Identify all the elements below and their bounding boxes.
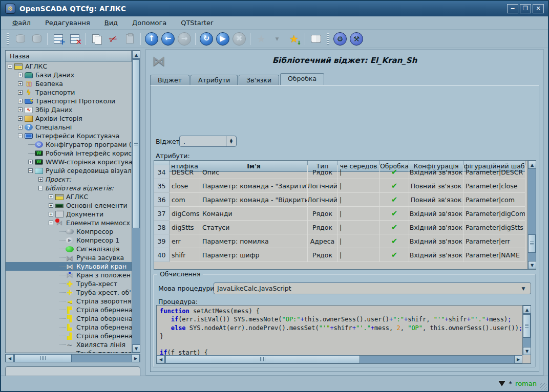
table-cell[interactable]: 39	[154, 234, 170, 248]
table-cell[interactable]: |	[337, 248, 380, 262]
minimize-button[interactable]: −	[507, 4, 518, 13]
collapse-icon[interactable]: −	[49, 221, 53, 225]
tree-item-бібліотека-віджетів[interactable]: −Бібліотека віджетів:	[6, 184, 132, 192]
menu-item-1[interactable]: Файл	[6, 17, 37, 28]
table-cell[interactable]: Вхідний зв'язок	[409, 221, 463, 234]
expand-icon[interactable]: +	[38, 177, 43, 182]
tree-item-рушій-середовища-візуал[interactable]: −Рушій середовища візуал	[6, 166, 132, 175]
table-cell[interactable]: close	[170, 179, 200, 193]
expand-icon[interactable]: +	[49, 194, 53, 199]
tree-item-бази-даних[interactable]: +Бази Даних	[6, 71, 132, 79]
scroll-down-icon[interactable]: ▼	[528, 261, 536, 269]
expand-icon[interactable]: +	[18, 81, 23, 86]
table-cell[interactable]: |	[337, 221, 380, 234]
table-cell[interactable]: |	[337, 207, 380, 221]
table-cell[interactable]: 37	[154, 207, 170, 221]
tree-item-труба-хрест[interactable]: Труба-хрест	[6, 279, 132, 288]
menu-item-3[interactable]: Вид	[98, 17, 124, 28]
tree-item-www-сторінка-користува[interactable]: +WWW-сторінка користува	[6, 158, 132, 166]
tree-item-кульовий-кран[interactable]: Кульовий кран	[6, 262, 132, 271]
table-cell[interactable]: ✔	[380, 248, 409, 262]
tree-item-аглкс[interactable]: +АГЛКС	[6, 192, 132, 201]
expand-icon[interactable]: +	[18, 116, 23, 121]
table-cell[interactable]: Вхідний зв'язок	[409, 165, 463, 179]
tree-item-архіви-історія[interactable]: +Архіви-Історія	[6, 114, 132, 123]
tree-item-спеціальні[interactable]: +Спеціальні	[6, 123, 132, 132]
expand-icon[interactable]: +	[28, 160, 33, 164]
table-cell[interactable]: Parameter|DESCR	[463, 165, 525, 179]
table-vertical-scrollbar[interactable]: ▲ ▼	[527, 161, 536, 269]
tab-4[interactable]: Обробка	[280, 73, 324, 85]
tree-item-компресор[interactable]: Компресор	[6, 227, 132, 236]
language-combobox[interactable]: JavaLikeCalc.JavaScript ▼	[214, 282, 531, 294]
tree-item-інтерфейси-користувача[interactable]: −Інтерфейси Користувача	[6, 132, 132, 140]
table-cell[interactable]: digStts	[170, 221, 200, 234]
table-cell[interactable]: Рядок	[308, 248, 337, 262]
tree-item-робочий-інтерфейс-корис[interactable]: Робочий інтерфейс корис	[6, 149, 132, 158]
table-cell[interactable]: shifr	[170, 248, 200, 262]
menu-item-2[interactable]: Редагування	[39, 17, 96, 28]
table-cell[interactable]: |	[337, 193, 380, 207]
table-cell[interactable]: Вхідний зв'язок	[409, 234, 463, 248]
table-cell[interactable]: Параметр: помилка	[200, 234, 308, 248]
tree-item-труба-пряма-гор[interactable]: Труба пряма гор	[6, 349, 132, 353]
spinner-arrows-icon[interactable]: ▲▼	[226, 136, 236, 146]
tree-item-ручна-засувка[interactable]: Ручна засувка	[6, 253, 132, 262]
item-add-icon[interactable]: +	[50, 31, 67, 47]
table-cell[interactable]: Рядок	[308, 207, 337, 221]
resize-grip[interactable]	[540, 383, 547, 390]
code-scroll-thumb[interactable]	[523, 314, 531, 338]
table-cell[interactable]: err	[170, 234, 200, 248]
tree-item-елементи-мнемосх[interactable]: −Елементи мнемосх	[6, 219, 132, 227]
back-icon[interactable]: ←	[160, 31, 176, 47]
table-cell[interactable]: Parameter|com	[463, 193, 525, 207]
toolbar-handle[interactable]	[327, 33, 329, 45]
collapse-icon[interactable]: −	[8, 64, 12, 69]
table-cell[interactable]: Параметр: команда - "Закрити"	[200, 179, 308, 193]
expand-icon[interactable]: +	[49, 203, 53, 208]
tree-scroll-thumb[interactable]	[132, 59, 140, 228]
table-cell[interactable]: digComs	[170, 207, 200, 221]
table-cell[interactable]: Parameter|close	[463, 179, 525, 193]
tree-item-конфігуратор-програми[interactable]: Конфігуратор програми (	[6, 140, 132, 149]
up-icon[interactable]: ↑	[143, 31, 160, 47]
favorite-add-icon[interactable]: ★↓	[286, 31, 302, 47]
table-scroll-thumb[interactable]	[528, 234, 536, 253]
table-cell[interactable]: ✔	[380, 179, 409, 193]
tree-header[interactable]: Назва	[6, 51, 132, 62]
table-cell[interactable]: 38	[154, 221, 170, 234]
table-cell[interactable]: Логічний	[308, 193, 337, 207]
collapse-icon[interactable]: −	[28, 168, 33, 173]
menu-item-4[interactable]: Допомога	[126, 17, 173, 28]
scroll-left-icon[interactable]: ◀	[157, 355, 165, 363]
tree-item-документи[interactable]: +Документи	[6, 210, 132, 219]
tree-item-хвиляста-лінія[interactable]: Хвиляста лінія	[6, 340, 132, 349]
tree-item-збір-даних[interactable]: +Збір Даних	[6, 105, 132, 114]
maximize-button[interactable]: ❒	[520, 4, 531, 13]
scroll-right-icon[interactable]: ▶	[132, 354, 140, 362]
table-cell[interactable]: Команди	[200, 207, 308, 221]
code-hscroll-thumb[interactable]	[165, 355, 360, 363]
table-cell[interactable]: 40	[154, 248, 170, 262]
tab-2[interactable]: Атрибути	[191, 75, 238, 85]
table-cell[interactable]: Опис	[200, 165, 308, 179]
menu-item-5[interactable]: QTStarter	[175, 17, 219, 28]
manual-icon[interactable]	[308, 31, 324, 47]
expand-icon[interactable]: +	[18, 99, 23, 103]
tree-item-стріла-зворотня[interactable]: Стріла зворотня	[6, 297, 132, 306]
scroll-left-icon[interactable]: ◀	[6, 354, 14, 362]
tree-item-основні-елементи[interactable]: +Основні елементи	[6, 201, 132, 210]
tree-horizontal-scrollbar[interactable]: ◀ ▶	[5, 354, 140, 362]
expand-icon[interactable]: +	[49, 212, 53, 216]
item-del-icon[interactable]: ✕	[67, 31, 83, 47]
table-cell[interactable]: ✔	[380, 207, 409, 221]
chevron-down-icon[interactable]: ▼	[519, 286, 527, 291]
table-cell[interactable]: 34	[154, 165, 170, 179]
toolbar-handle[interactable]	[7, 33, 9, 45]
start-icon[interactable]: ▶	[215, 31, 231, 47]
tree-hscroll-thumb[interactable]	[14, 354, 72, 362]
scroll-down-icon[interactable]: ▼	[523, 347, 531, 355]
code-horizontal-scrollbar[interactable]: ◀ ▶	[157, 355, 522, 363]
close-button[interactable]: ✕	[533, 4, 544, 13]
table-cell[interactable]: |	[337, 165, 380, 179]
